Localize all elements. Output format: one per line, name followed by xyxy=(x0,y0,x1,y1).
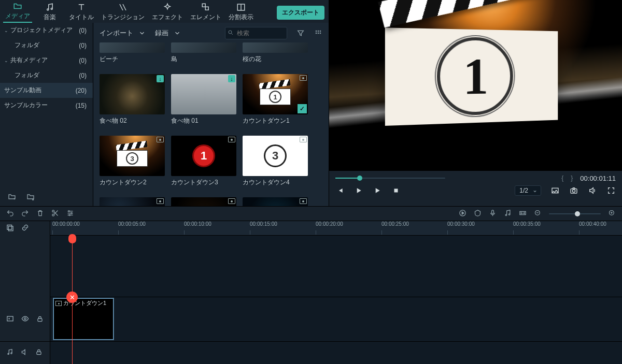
media-item[interactable]: 食べ物 01 xyxy=(171,74,238,125)
prev-frame-button[interactable] xyxy=(335,186,345,195)
lock-icon[interactable] xyxy=(35,348,43,357)
tab-transition[interactable]: トランジション xyxy=(99,1,147,23)
volume-icon[interactable] xyxy=(588,186,597,195)
tab-title[interactable]: タイトル xyxy=(67,1,96,23)
svg-rect-36 xyxy=(37,352,41,354)
mute-icon[interactable] xyxy=(21,348,28,357)
undo-icon[interactable] xyxy=(6,209,14,219)
preview-canvas[interactable]: 1 xyxy=(329,0,622,171)
play-button[interactable] xyxy=(354,186,363,195)
scissor-icon[interactable]: ✕ xyxy=(66,292,78,303)
adjust-icon[interactable] xyxy=(66,209,74,219)
text-icon xyxy=(77,3,86,12)
sidebar-item-shared-media[interactable]: ⌄共有メディア(0) xyxy=(0,53,93,68)
sidebar-item-project-folder[interactable]: フォルダ(0) xyxy=(0,38,93,53)
remove-folder-icon[interactable] xyxy=(26,193,35,201)
media-item[interactable]: ビーチ xyxy=(100,42,167,64)
fullscreen-icon[interactable] xyxy=(606,186,616,195)
timeline-clip[interactable]: カウントダウン1 xyxy=(53,298,114,340)
sidebar-item-sample-color[interactable]: サンプルカラー(15) xyxy=(0,98,93,113)
media-label: 食べ物 01 xyxy=(171,117,238,125)
media-label: カウントダウン4 xyxy=(243,178,310,187)
tab-element[interactable]: エレメント xyxy=(188,1,223,23)
redo-icon[interactable] xyxy=(21,209,29,219)
render-icon[interactable] xyxy=(459,209,466,219)
media-item[interactable]: 3カウントダウン4 xyxy=(243,136,310,187)
voiceover-icon[interactable] xyxy=(489,209,497,219)
media-item[interactable]: 桜の花 xyxy=(243,42,310,64)
next-button[interactable] xyxy=(373,186,382,195)
zoom-ratio-dropdown[interactable]: 1/2 xyxy=(515,185,541,196)
media-thumbnail[interactable]: 3 xyxy=(243,136,308,176)
splitview-icon xyxy=(236,3,246,12)
media-item[interactable]: 1カウントダウン3 xyxy=(171,136,238,187)
media-item[interactable]: 1カウントダウン1 xyxy=(243,74,310,125)
sidebar-item-sample-video[interactable]: サンプル動画(20) xyxy=(0,83,93,98)
filter-icon[interactable] xyxy=(296,29,305,37)
media-item[interactable]: 2カウントダウン5 xyxy=(100,197,167,206)
audio-mixer-icon[interactable] xyxy=(504,209,512,219)
lock-icon[interactable] xyxy=(36,315,44,324)
import-dropdown[interactable]: インポート xyxy=(100,28,146,38)
media-thumbnail[interactable] xyxy=(171,74,236,114)
tab-splitview[interactable]: 分割表示 xyxy=(227,1,256,23)
download-icon[interactable] xyxy=(157,75,164,82)
media-thumbnail[interactable] xyxy=(100,42,165,53)
music-icon xyxy=(45,3,54,12)
svg-point-18 xyxy=(68,210,70,212)
link-icon[interactable] xyxy=(21,224,29,233)
view-mode-icon[interactable] xyxy=(314,29,322,37)
video-badge-icon xyxy=(228,198,235,204)
manage-tracks-icon[interactable] xyxy=(6,224,14,233)
ruler-mark: 00:00:25:00 xyxy=(381,221,409,227)
media-thumbnail[interactable]: 1 xyxy=(171,197,236,206)
sidebar-item-shared-folder[interactable]: フォルダ(0) xyxy=(0,68,93,83)
stop-button[interactable] xyxy=(391,186,401,195)
playhead[interactable]: ✕ xyxy=(72,236,73,364)
zoom-out-icon[interactable] xyxy=(534,209,542,219)
media-thumbnail[interactable]: 3 xyxy=(100,136,165,176)
tab-effect[interactable]: エフェクト xyxy=(150,1,185,23)
visibility-icon[interactable] xyxy=(21,315,29,324)
tab-media[interactable]: メディア xyxy=(3,0,32,23)
video-badge-icon xyxy=(300,198,307,204)
marker-icon[interactable] xyxy=(474,209,482,219)
media-thumbnail[interactable]: 1 xyxy=(171,136,236,176)
audio-track-icon xyxy=(6,348,13,357)
video-badge-icon xyxy=(157,137,164,142)
media-thumbnail[interactable]: 2 xyxy=(243,197,308,206)
media-thumbnail[interactable] xyxy=(100,74,165,114)
media-item[interactable]: 3カウントダウン2 xyxy=(100,136,167,187)
clapperboard-graphic: 1 xyxy=(385,4,557,126)
tab-music[interactable]: 音楽 xyxy=(35,1,64,23)
seek-slider[interactable] xyxy=(335,178,445,179)
new-folder-icon[interactable] xyxy=(7,193,17,201)
media-thumbnail[interactable]: 1 xyxy=(243,74,308,114)
media-item[interactable]: 食べ物 02 xyxy=(100,74,167,125)
svg-point-15 xyxy=(572,190,575,192)
fit-icon[interactable] xyxy=(519,209,527,219)
sidebar-item-project-media[interactable]: ⌄プロジェクトメディア(0) xyxy=(0,23,93,38)
split-icon[interactable] xyxy=(51,209,59,219)
clip-type-icon xyxy=(55,301,62,306)
media-item[interactable]: 1カウントダウン6 xyxy=(171,197,238,206)
search-input[interactable] xyxy=(225,27,287,39)
zoom-in-icon[interactable] xyxy=(608,209,616,219)
tracks-area[interactable]: カウントダウン1 ✕ xyxy=(50,236,622,364)
media-item[interactable]: 2カウントダウン7 xyxy=(243,197,310,206)
media-thumbnail[interactable]: 2 xyxy=(100,197,165,206)
record-dropdown[interactable]: 録画 xyxy=(155,28,181,38)
quality-icon[interactable] xyxy=(550,186,560,195)
media-item[interactable]: 島 xyxy=(171,42,238,64)
zoom-slider[interactable] xyxy=(549,213,601,214)
svg-point-31 xyxy=(9,318,9,319)
download-icon[interactable] xyxy=(228,75,235,82)
export-button[interactable]: エクスポート xyxy=(277,6,324,20)
ruler-mark: 00:00:35:00 xyxy=(513,221,541,227)
media-thumbnail[interactable] xyxy=(243,42,308,53)
svg-point-5 xyxy=(229,31,232,34)
snapshot-icon[interactable] xyxy=(569,186,578,195)
time-ruler[interactable]: 00:00:00:0000:00:05:0000:00:10:0000:00:1… xyxy=(50,221,622,236)
delete-icon[interactable] xyxy=(36,209,44,219)
media-thumbnail[interactable] xyxy=(171,42,236,53)
